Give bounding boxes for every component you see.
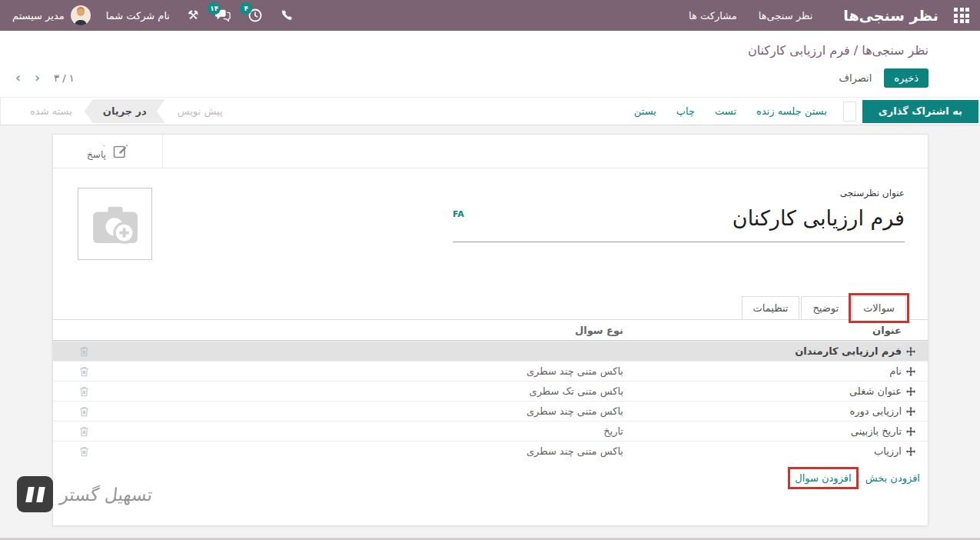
row-title: فرم ارزیابی کارمندان bbox=[633, 345, 902, 357]
move-icon bbox=[906, 347, 915, 356]
debug-tools-button[interactable]: ⚒ bbox=[188, 9, 198, 22]
delete-row-button[interactable] bbox=[53, 366, 115, 377]
control-panel: نظر سنجی‌ها / فرم ارزیابی کارکنان ذخیره … bbox=[0, 31, 980, 125]
answers-label: پاسخ bbox=[87, 150, 106, 160]
delete-row-button[interactable] bbox=[53, 446, 115, 457]
company-switcher[interactable]: نام شرکت شما bbox=[106, 10, 170, 22]
row-type: باکس متنی تک سطری bbox=[347, 385, 633, 397]
drag-handle[interactable] bbox=[902, 347, 928, 356]
move-icon bbox=[906, 367, 915, 376]
empty-input-box[interactable] bbox=[843, 102, 856, 122]
drag-handle[interactable] bbox=[902, 427, 928, 436]
statusbar: پیش نویس در جریان بسته شده bbox=[0, 98, 249, 125]
survey-title-input[interactable]: فرم ارزیابی کارکنان bbox=[733, 205, 905, 232]
voip-button[interactable] bbox=[280, 8, 295, 23]
form-view: ۰ پاسخ عنوان نظرسنجی فرم ارزیابی کارکنان… bbox=[0, 125, 980, 537]
table-header-row: عنوان نوع سوال bbox=[53, 320, 928, 341]
drag-handle[interactable] bbox=[902, 387, 928, 396]
row-title: تاریخ بازبینی bbox=[633, 425, 902, 437]
table-row-question[interactable]: ارزیاب باکس متنی چند سطری bbox=[53, 441, 928, 461]
edit-pencil-icon bbox=[113, 144, 128, 159]
pager: ‹ › ۳ / ۱ bbox=[15, 72, 75, 85]
row-title: نام bbox=[633, 365, 902, 377]
row-type: باکس متنی چند سطری bbox=[347, 445, 633, 457]
trash-icon bbox=[79, 386, 89, 397]
trash-icon bbox=[79, 366, 89, 377]
top-navbar: نظر سنجی‌ها نظر سنجی‌ها مشارکت ها ۴ ۱۴ ⚒… bbox=[0, 0, 980, 31]
print-button[interactable]: چاپ bbox=[676, 105, 695, 117]
stat-text: ۰ پاسخ bbox=[87, 142, 106, 160]
tab-options[interactable]: تنظیمات bbox=[742, 296, 800, 320]
status-draft[interactable]: پیش نویس bbox=[165, 99, 235, 123]
delete-row-button[interactable] bbox=[53, 346, 115, 357]
table-row-question[interactable]: تاریخ بازبینی تاریخ bbox=[53, 421, 928, 441]
row-type: باکس متنی چند سطری bbox=[347, 365, 633, 377]
watermark-logo-icon bbox=[17, 476, 53, 512]
apps-grid-icon[interactable] bbox=[952, 6, 971, 25]
delete-row-button[interactable] bbox=[53, 426, 115, 437]
drag-handle[interactable] bbox=[902, 447, 928, 456]
pager-next-icon[interactable]: › bbox=[35, 72, 40, 85]
questions-table: عنوان نوع سوال فرم ارزیابی کارمندان نام … bbox=[53, 320, 928, 495]
trash-icon bbox=[79, 406, 89, 417]
tab-description[interactable]: توضیح bbox=[801, 296, 850, 320]
watermark-text: تسهیل گستر bbox=[59, 485, 154, 505]
row-title: عنوان شغلی bbox=[633, 385, 902, 397]
table-row-section[interactable]: فرم ارزیابی کارمندان bbox=[53, 341, 928, 361]
app-name[interactable]: نظر سنجی‌ها bbox=[843, 7, 938, 24]
move-icon bbox=[906, 407, 915, 416]
menu-surveys[interactable]: نظر سنجی‌ها bbox=[759, 10, 812, 22]
survey-image-upload[interactable] bbox=[78, 188, 152, 260]
row-type: تاریخ bbox=[347, 425, 633, 437]
status-in-progress[interactable]: در جریان bbox=[85, 99, 165, 123]
type-column-header: نوع سوال bbox=[347, 325, 633, 336]
row-title: ارزیاب bbox=[633, 445, 902, 457]
delete-row-button[interactable] bbox=[53, 406, 115, 417]
survey-title-field-block: عنوان نظرسنجی فرم ارزیابی کارکنان FA bbox=[453, 188, 905, 242]
answers-stat-button[interactable]: ۰ پاسخ bbox=[53, 135, 163, 168]
form-sheet: ۰ پاسخ عنوان نظرسنجی فرم ارزیابی کارکنان… bbox=[52, 134, 929, 526]
share-button[interactable]: به اشتراک گذاری bbox=[862, 100, 978, 123]
table-footer-links: افزودن بخش افزودن سوال bbox=[53, 461, 928, 495]
trash-icon bbox=[79, 446, 89, 457]
move-icon bbox=[906, 387, 915, 396]
pager-prev-icon[interactable]: ‹ bbox=[15, 72, 21, 85]
move-icon bbox=[906, 427, 915, 436]
translation-lang-badge[interactable]: FA bbox=[453, 209, 464, 219]
add-question-link[interactable]: افزودن سوال bbox=[795, 472, 851, 484]
pager-value[interactable]: ۳ / ۱ bbox=[54, 72, 75, 84]
tools-icon: ⚒ bbox=[188, 9, 198, 22]
stat-button-row: ۰ پاسخ bbox=[53, 135, 928, 168]
camera-plus-icon bbox=[91, 203, 139, 245]
close-live-session-button[interactable]: بستن جلسه زنده bbox=[756, 105, 827, 117]
add-section-link[interactable]: افزودن بخش bbox=[865, 472, 920, 484]
user-menu[interactable]: مدیر سیستم bbox=[12, 10, 65, 22]
save-button[interactable]: ذخیره bbox=[884, 68, 929, 88]
user-avatar[interactable] bbox=[71, 5, 91, 25]
breadcrumb[interactable]: نظر سنجی‌ها / فرم ارزیابی کارکنان bbox=[748, 43, 929, 58]
tab-questions[interactable]: سوالات bbox=[852, 296, 906, 320]
row-type: باکس متنی چند سطری bbox=[347, 405, 633, 417]
table-row-question[interactable]: نام باکس متنی چند سطری bbox=[53, 361, 928, 381]
systray: ۴ ۱۴ ⚒ نام شرکت شما مدیر سیستم bbox=[9, 5, 304, 25]
test-button[interactable]: تست bbox=[715, 105, 736, 117]
drag-handle[interactable] bbox=[902, 407, 928, 416]
notebook-tabs: سوالات توضیح تنظیمات bbox=[53, 296, 928, 320]
phone-icon bbox=[280, 8, 295, 23]
status-closed[interactable]: بسته شده bbox=[18, 99, 85, 123]
messages-button[interactable]: ۱۴ bbox=[215, 8, 231, 23]
trash-icon bbox=[79, 346, 89, 357]
delete-row-button[interactable] bbox=[53, 386, 115, 397]
activities-button[interactable]: ۴ bbox=[247, 8, 263, 23]
table-row-question[interactable]: عنوان شغلی باکس متنی تک سطری bbox=[53, 381, 928, 401]
company-watermark: تسهیل گستر bbox=[17, 476, 152, 512]
trash-icon bbox=[79, 426, 89, 437]
discard-button[interactable]: انصراف bbox=[839, 72, 872, 84]
menu-participations[interactable]: مشارکت ها bbox=[689, 10, 737, 22]
close-button[interactable]: بستن bbox=[634, 105, 656, 117]
move-icon bbox=[906, 447, 915, 456]
table-row-question[interactable]: ارزیابی دوره باکس متنی چند سطری bbox=[53, 401, 928, 421]
row-title: ارزیابی دوره bbox=[633, 405, 902, 417]
survey-title-label: عنوان نظرسنجی bbox=[453, 188, 905, 198]
drag-handle[interactable] bbox=[902, 367, 928, 376]
